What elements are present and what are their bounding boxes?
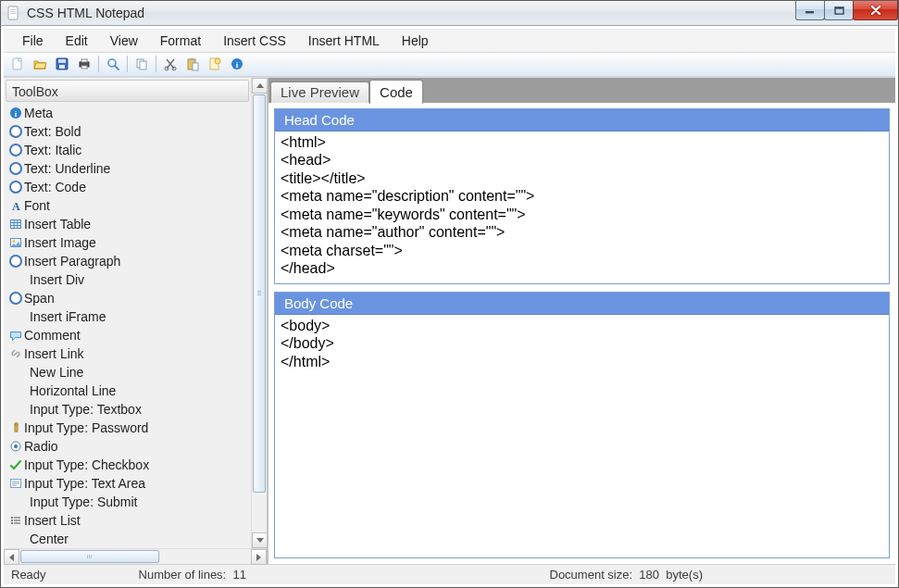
svg-rect-12 (81, 59, 87, 62)
toolbox-item-label: Insert iFrame (30, 309, 106, 324)
toolbox-header: ToolBox (6, 80, 249, 102)
toolbox-item-label: Insert Table (24, 217, 91, 231)
maximize-button[interactable] (824, 1, 854, 20)
toolbox-item[interactable]: Text: Bold (4, 122, 251, 141)
toolbox-item[interactable]: Span (4, 289, 251, 307)
menu-file[interactable]: File (22, 33, 44, 48)
comment-icon (7, 329, 24, 342)
close-button[interactable] (853, 1, 898, 20)
toolbox-item[interactable]: Horizontal Line (4, 382, 251, 400)
toolbox-item-label: Text: Italic (24, 143, 81, 157)
toolbox-item[interactable]: Radio (4, 437, 251, 456)
toolbox-item[interactable]: Insert Image (4, 233, 251, 252)
cut-icon[interactable] (160, 54, 181, 74)
window-title: CSS HTML Notepad (27, 6, 144, 20)
new-file-icon[interactable] (7, 54, 28, 74)
menu-insert-html[interactable]: Insert HTML (308, 33, 380, 48)
toolbox-item[interactable]: Insert List (4, 511, 251, 530)
menu-format[interactable]: Format (160, 33, 201, 48)
toolbox-item[interactable]: Insert Table (4, 215, 251, 233)
sidebar-vertical-scrollbar[interactable] (251, 78, 267, 548)
svg-point-29 (10, 144, 21, 156)
svg-point-39 (15, 422, 18, 425)
head-code-panel: Head Code <html> <head> <title></title> … (274, 108, 890, 284)
toolbox-item-label: Center (30, 532, 69, 546)
span-icon (7, 292, 24, 305)
toolbar: i (4, 53, 895, 77)
toolbox-item-label: Text: Code (24, 180, 86, 194)
toolbox-item[interactable]: New Line (4, 363, 251, 382)
toolbox-item[interactable]: Center (4, 530, 251, 548)
scrollbar-arrow-left-icon[interactable] (4, 549, 19, 565)
print-icon[interactable] (74, 54, 94, 74)
toolbox-item-label: Horizontal Line (30, 383, 116, 398)
app-icon (6, 6, 21, 20)
paste-icon[interactable] (182, 54, 203, 74)
toolbox-item[interactable]: Comment (4, 326, 251, 344)
toolbox-item[interactable]: Input Type: Textbox (4, 400, 251, 419)
new-document-icon[interactable] (205, 54, 225, 74)
toolbox-item-label: Comment (24, 328, 81, 343)
save-icon[interactable] (52, 54, 72, 74)
under-icon (7, 162, 24, 175)
link-icon (7, 347, 24, 360)
menu-bar: File Edit View Format Insert CSS Insert … (4, 29, 895, 53)
scrollbar-thumb[interactable] (20, 550, 159, 563)
italic-icon (7, 144, 24, 156)
scrollbar-thumb[interactable] (253, 94, 266, 493)
menu-help[interactable]: Help (402, 33, 429, 48)
body-code-panel: Body Code <body> </body> </html> (274, 292, 890, 558)
menu-view[interactable]: View (110, 33, 138, 48)
toolbox-item-label: New Line (30, 365, 83, 380)
svg-rect-13 (81, 66, 87, 69)
toolbox-item[interactable]: Input Type: Submit (4, 493, 251, 511)
svg-rect-3 (10, 13, 16, 14)
sidebar-horizontal-scrollbar[interactable] (4, 548, 267, 564)
status-docsize-value: 180 (639, 568, 659, 582)
toolbox-item[interactable]: Insert Div (4, 270, 251, 289)
scrollbar-arrow-down-icon[interactable] (252, 532, 268, 548)
toolbox-item[interactable]: Insert Link (4, 344, 251, 363)
tab-live-preview[interactable]: Live Preview (270, 81, 369, 103)
toolbar-separator (156, 56, 156, 72)
scrollbar-arrow-right-icon[interactable] (251, 549, 267, 565)
body-code-editor[interactable]: <body> </body> </html> (275, 315, 889, 557)
svg-point-37 (10, 293, 21, 304)
main-split: ToolBox iMetaText: BoldText: ItalicText:… (4, 77, 895, 564)
toolbox-item[interactable]: Input Type: Password (4, 419, 251, 437)
toolbar-separator (127, 56, 128, 72)
toolbox-item[interactable]: Text: Italic (4, 141, 251, 159)
svg-point-36 (10, 256, 21, 267)
toolbox-item[interactable]: Text: Underline (4, 159, 251, 178)
toolbox-item-label: Span (24, 291, 55, 306)
toolbox-item[interactable]: Insert Paragraph (4, 252, 251, 270)
head-code-editor[interactable]: <html> <head> <title></title> <meta name… (275, 131, 889, 283)
svg-point-31 (10, 181, 21, 193)
toolbox-item[interactable]: Text: Code (4, 178, 251, 196)
status-ready: Ready (11, 568, 46, 582)
txtarea-icon (7, 477, 24, 490)
status-lines: Number of lines: 11 (139, 568, 246, 582)
toolbox-item[interactable]: Input Type: Text Area (4, 474, 251, 493)
help-icon[interactable]: i (227, 54, 247, 74)
minimize-button[interactable] (795, 1, 825, 20)
toolbox-item[interactable]: Insert iFrame (4, 307, 251, 326)
open-folder-icon[interactable] (30, 54, 50, 74)
copy-icon[interactable] (131, 54, 152, 74)
search-icon[interactable] (103, 54, 123, 74)
toolbox-item[interactable]: iMeta (4, 104, 251, 122)
svg-point-35 (13, 240, 16, 243)
menu-edit[interactable]: Edit (66, 33, 88, 48)
status-docsize-label: Document size: (550, 568, 633, 582)
tab-code[interactable]: Code (369, 80, 423, 104)
scrollbar-arrow-up-icon[interactable] (252, 78, 268, 94)
body-code-panel-title: Body Code (275, 293, 889, 315)
toolbox-item[interactable]: AFont (4, 196, 251, 215)
svg-point-43 (11, 517, 13, 519)
toolbox-item[interactable]: Input Type: Checkbox (4, 456, 251, 474)
title-bar: CSS HTML Notepad (0, 0, 899, 26)
toolbox-item-label: Text: Underline (24, 161, 110, 176)
toolbox-item-label: Input Type: Submit (30, 494, 137, 509)
menu-insert-css[interactable]: Insert CSS (223, 33, 286, 48)
status-lines-value: 11 (232, 568, 245, 582)
